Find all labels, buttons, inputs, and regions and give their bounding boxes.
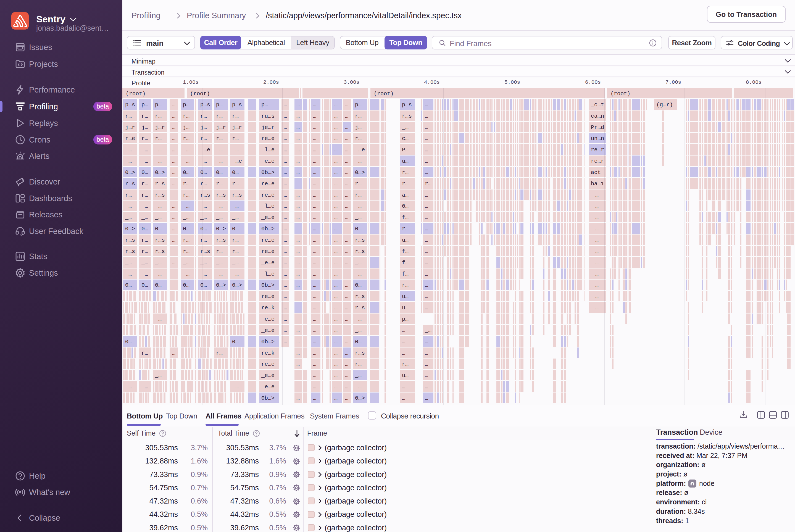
svg-text:…: … xyxy=(334,113,338,119)
svg-text:r…: r… xyxy=(141,237,148,243)
svg-text:…: … xyxy=(345,260,348,266)
svg-text:_e…e: _e…e xyxy=(261,260,275,266)
svg-text:…: … xyxy=(313,192,316,198)
svg-text:r…: r… xyxy=(125,192,132,198)
svg-text:…: … xyxy=(313,158,316,164)
svg-text:_…: _… xyxy=(355,327,362,334)
svg-text:_…: _… xyxy=(155,158,162,164)
svg-text:…: … xyxy=(345,158,348,164)
svg-text:…: … xyxy=(284,293,287,300)
svg-text:_…: _… xyxy=(155,260,162,266)
svg-text:…: … xyxy=(345,316,348,322)
svg-text:f…: f… xyxy=(402,214,409,221)
svg-text:…: … xyxy=(345,180,348,187)
svg-text:…: … xyxy=(334,327,338,334)
svg-text:…: … xyxy=(334,192,338,198)
svg-text:r…: r… xyxy=(216,248,223,255)
svg-text:r…e: r…e xyxy=(125,135,135,142)
svg-text:_…: _… xyxy=(155,316,162,322)
svg-text:_…: _… xyxy=(200,214,207,221)
svg-text:re…r: re…r xyxy=(591,147,604,153)
svg-text:…: … xyxy=(334,260,338,266)
svg-text:…: … xyxy=(425,293,428,300)
svg-text:…: … xyxy=(334,282,338,288)
svg-text:_…: _… xyxy=(155,271,162,277)
svg-text:…: … xyxy=(313,305,316,311)
svg-text:…: … xyxy=(345,248,348,255)
svg-text:r…: r… xyxy=(141,180,148,187)
svg-text:…: … xyxy=(297,147,300,153)
svg-text:f…: f… xyxy=(402,248,409,255)
svg-text:…: … xyxy=(284,203,287,209)
svg-text:_…: _… xyxy=(125,214,132,221)
svg-text:…: … xyxy=(425,158,428,164)
svg-text:r…: r… xyxy=(402,282,409,288)
svg-text:_…: _… xyxy=(216,203,223,209)
svg-text:…: … xyxy=(284,282,287,288)
svg-text:r…s: r…s xyxy=(155,237,165,243)
svg-text:0…>: 0…> xyxy=(216,226,226,232)
svg-text:r…s: r…s xyxy=(125,180,135,187)
svg-text:_…: _… xyxy=(216,214,223,221)
svg-text:r…: r… xyxy=(425,180,432,187)
svg-text:_…: _… xyxy=(125,384,132,390)
svg-text:r…s: r…s xyxy=(355,350,365,356)
svg-text:…: … xyxy=(313,124,316,131)
svg-text:…: … xyxy=(172,350,175,356)
svg-text:r…: r… xyxy=(183,113,189,119)
svg-text:_…: _… xyxy=(183,260,189,266)
svg-text:r…: r… xyxy=(200,237,207,243)
svg-text:…: … xyxy=(595,282,599,288)
svg-text:_…: _… xyxy=(232,384,239,390)
svg-text:…: … xyxy=(595,226,599,232)
svg-text:…: … xyxy=(313,169,316,176)
svg-text:…: … xyxy=(425,135,428,142)
svg-text:r…: r… xyxy=(155,135,162,142)
svg-text:r…: r… xyxy=(232,180,239,187)
svg-text:0…: 0… xyxy=(200,226,207,232)
svg-text:j…r: j…r xyxy=(232,124,242,131)
svg-text:r…: r… xyxy=(155,113,162,119)
svg-text:…: … xyxy=(345,203,348,209)
svg-text:0…: 0… xyxy=(402,203,409,209)
svg-text:…: … xyxy=(345,102,348,108)
svg-text:0…: 0… xyxy=(232,226,239,232)
svg-text:…: … xyxy=(313,372,316,379)
svg-text:(root): (root) xyxy=(126,91,146,97)
svg-text:re…e: re…e xyxy=(261,248,275,255)
svg-text:r…: r… xyxy=(141,135,148,142)
svg-text:…: … xyxy=(284,214,287,221)
svg-text:…: … xyxy=(425,226,428,232)
svg-text:_e…e: _e…e xyxy=(261,158,275,164)
svg-text:…: … xyxy=(334,180,338,187)
svg-text:…: … xyxy=(284,237,287,243)
svg-text:…: … xyxy=(425,271,428,277)
svg-text:…: … xyxy=(425,237,428,243)
svg-text:0b…>: 0b…> xyxy=(261,282,275,288)
svg-text:…: … xyxy=(334,384,338,390)
svg-text:…: … xyxy=(595,192,599,198)
svg-text:0…: 0… xyxy=(200,169,207,176)
svg-text:_…: _… xyxy=(216,158,223,164)
svg-text:…: … xyxy=(425,203,428,209)
svg-text:…: … xyxy=(595,203,599,209)
svg-text:…: … xyxy=(172,203,175,209)
svg-text:re…e: re…e xyxy=(261,192,275,198)
svg-text:f…: f… xyxy=(402,260,409,266)
svg-text:0…: 0… xyxy=(141,282,148,288)
svg-text:…: … xyxy=(334,226,338,232)
svg-text:_…: _… xyxy=(232,271,239,277)
svg-text:r…s: r…s xyxy=(216,237,226,243)
svg-text:r…: r… xyxy=(402,226,409,232)
svg-text:u…: u… xyxy=(402,237,409,243)
svg-text:P…: P… xyxy=(402,147,409,153)
svg-text:…: … xyxy=(334,395,338,401)
svg-text:0…: 0… xyxy=(155,282,162,288)
svg-text:…: … xyxy=(313,237,316,243)
svg-text:_…: _… xyxy=(402,124,409,131)
svg-text:…: … xyxy=(334,339,338,345)
svg-text:0…>: 0…> xyxy=(232,282,242,288)
svg-text:ba…1: ba…1 xyxy=(591,180,604,187)
svg-text:…: … xyxy=(284,248,287,255)
svg-text:…: … xyxy=(313,350,316,356)
